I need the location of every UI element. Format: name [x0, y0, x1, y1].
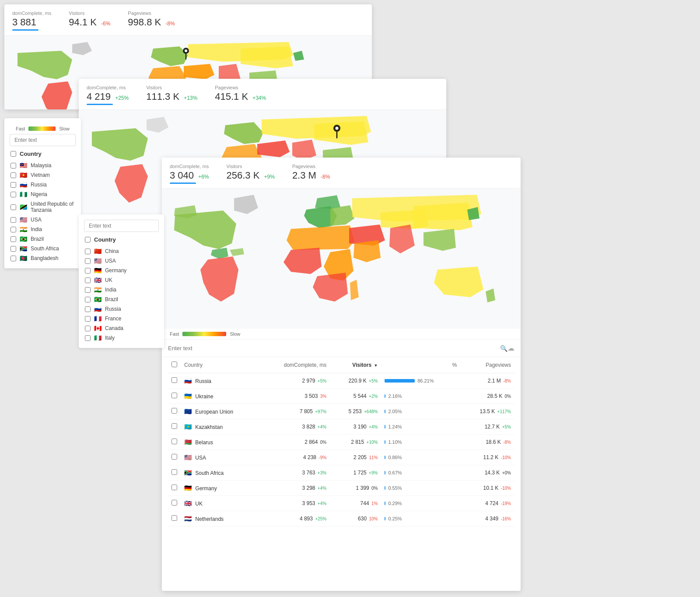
country-checkbox[interactable] — [85, 277, 91, 283]
select-all-checkbox[interactable] — [172, 362, 177, 367]
country-checkbox[interactable] — [10, 204, 16, 210]
country-checkbox[interactable] — [85, 316, 91, 322]
row-pageviews: 4 349 -16% — [460, 511, 514, 527]
country-checkbox[interactable] — [85, 268, 91, 274]
progress-bar — [385, 394, 385, 398]
row-select[interactable] — [172, 485, 177, 490]
row-pct: 0.25% — [381, 511, 460, 527]
country-name: Nigeria — [31, 191, 47, 197]
row-select[interactable] — [172, 469, 177, 475]
list-item[interactable]: 🇷🇺 Russia — [84, 304, 159, 314]
country-flag: 🇮🇳 — [94, 287, 102, 293]
row-select[interactable] — [172, 408, 177, 414]
list-item[interactable]: 🇧🇷 Brazil — [10, 234, 76, 244]
list-item[interactable]: 🇷🇺 Russia — [10, 180, 76, 190]
row-select[interactable] — [172, 393, 177, 398]
country-flag: 🇳🇬 — [20, 191, 27, 197]
row-checkbox — [168, 419, 181, 435]
sidebar-panel-2: Country 🇨🇳 China 🇺🇸 USA 🇩🇪 Germany 🇬🇧 UK… — [79, 214, 164, 348]
search-input-s1[interactable] — [10, 134, 76, 146]
row-select[interactable] — [172, 377, 177, 383]
metric-visitors-3: Visitors 256.3 K +9% — [227, 164, 275, 181]
list-item[interactable]: 🇮🇳 India — [84, 285, 159, 295]
search-input-s2[interactable] — [84, 220, 159, 232]
country-checkbox[interactable] — [10, 192, 16, 197]
search-input-3[interactable] — [168, 345, 500, 351]
country-checkbox[interactable] — [85, 258, 91, 264]
table-row: 🇿🇦 South Africa 3 763 +3% 1 725 +9% 0.67… — [168, 465, 514, 481]
country-checkbox[interactable] — [85, 249, 91, 254]
country-checkbox[interactable] — [85, 297, 91, 302]
th-visitors[interactable]: Visitors ▼ — [330, 357, 381, 373]
country-checkbox[interactable] — [85, 306, 91, 312]
country-checkbox[interactable] — [10, 182, 16, 188]
country-flag: 🇳🇱 — [184, 515, 192, 522]
row-country: 🇪🇺 European Union — [181, 404, 260, 419]
country-checkbox[interactable] — [10, 236, 16, 242]
list-item[interactable]: 🇿🇦 South Africa — [10, 244, 76, 253]
search-row-3[interactable]: 🔍 ☁ — [162, 340, 521, 357]
country-checkbox[interactable] — [10, 163, 16, 169]
progress-bar — [385, 456, 385, 459]
country-flag: 🇺🇦 — [184, 393, 192, 400]
list-item[interactable]: 🇹🇿 United Republic of Tanzania — [10, 199, 76, 215]
metric-underline-2 — [87, 104, 113, 105]
country-flag: 🇺🇸 — [184, 454, 192, 461]
country-flag: 🇷🇺 — [94, 306, 102, 312]
list-item[interactable]: 🇻🇳 Vietnam — [10, 170, 76, 180]
country-checkbox[interactable] — [85, 326, 91, 331]
row-domcomplete: 3 763 +3% — [260, 465, 330, 481]
country-name: USA — [105, 258, 116, 264]
list-item[interactable]: 🇲🇾 Malaysia — [10, 161, 76, 170]
list-item[interactable]: 🇩🇪 Germany — [84, 266, 159, 275]
table-row: 🇧🇾 Belarus 2 864 0% 2 815 +10% 1.10% 18.… — [168, 435, 514, 450]
row-select[interactable] — [172, 454, 177, 460]
list-item[interactable]: 🇧🇩 Bangladesh — [10, 253, 76, 263]
row-pageviews: 12.7 K +5% — [460, 419, 514, 435]
cloud-icon-3[interactable]: ☁ — [508, 344, 514, 352]
list-item[interactable]: 🇨🇦 Canada — [84, 323, 159, 333]
th-pct[interactable]: % — [381, 357, 460, 373]
country-flag: 🇧🇾 — [184, 439, 192, 446]
country-checkbox[interactable] — [85, 287, 91, 293]
country-select-all-s1[interactable] — [10, 151, 16, 157]
th-pageviews[interactable]: Pageviews — [460, 357, 514, 373]
country-checkbox[interactable] — [10, 256, 16, 261]
country-checkbox[interactable] — [10, 172, 16, 178]
country-checkbox[interactable] — [10, 217, 16, 223]
country-checkbox[interactable] — [10, 227, 16, 232]
th-domcomplete[interactable]: domComplete, ms — [260, 357, 330, 373]
list-item[interactable]: 🇳🇬 Nigeria — [10, 190, 76, 199]
row-pct: 0.55% — [381, 481, 460, 496]
list-item[interactable]: 🇧🇷 Brazil — [84, 295, 159, 304]
row-domcomplete: 3 828 +4% — [260, 419, 330, 435]
row-visitors: 1 399 0% — [330, 481, 381, 496]
list-item[interactable]: 🇫🇷 France — [84, 314, 159, 323]
country-select-all-s2[interactable] — [85, 237, 91, 242]
th-country[interactable]: Country — [181, 357, 260, 373]
row-select[interactable] — [172, 439, 177, 444]
list-item[interactable]: 🇺🇸 USA — [10, 215, 76, 225]
row-select[interactable] — [172, 515, 177, 521]
country-flag: 🇧🇷 — [94, 296, 102, 302]
country-name: Brazil — [105, 296, 118, 302]
country-flag: 🇷🇺 — [20, 182, 27, 188]
country-flag: 🇰🇿 — [184, 423, 192, 430]
list-item[interactable]: 🇮🇳 India — [10, 225, 76, 234]
list-item[interactable]: 🇮🇹 Italy — [84, 333, 159, 343]
table-row: 🇰🇿 Kazakhstan 3 828 +4% 3 190 +4% 1.24% … — [168, 419, 514, 435]
row-domcomplete: 3 503 3% — [260, 389, 330, 404]
list-item[interactable]: 🇨🇳 China — [84, 246, 159, 256]
list-item[interactable]: 🇺🇸 USA — [84, 256, 159, 266]
row-pct: 0.67% — [381, 465, 460, 481]
list-item[interactable]: 🇬🇧 UK — [84, 275, 159, 285]
metric-visitors-2: Visitors 111.3 K +13% — [146, 85, 197, 102]
row-select[interactable] — [172, 423, 177, 429]
table-row: 🇩🇪 Germany 3 298 +4% 1 399 0% 0.55% 10.1… — [168, 481, 514, 496]
country-checkbox[interactable] — [10, 246, 16, 252]
country-checkbox[interactable] — [85, 335, 91, 341]
table-row: 🇷🇺 Russia 2 979 +5% 220.9 K +5% 86.21% 2… — [168, 373, 514, 389]
row-select[interactable] — [172, 500, 177, 506]
country-flag: 🇹🇿 — [20, 204, 27, 210]
progress-bar — [385, 410, 385, 413]
